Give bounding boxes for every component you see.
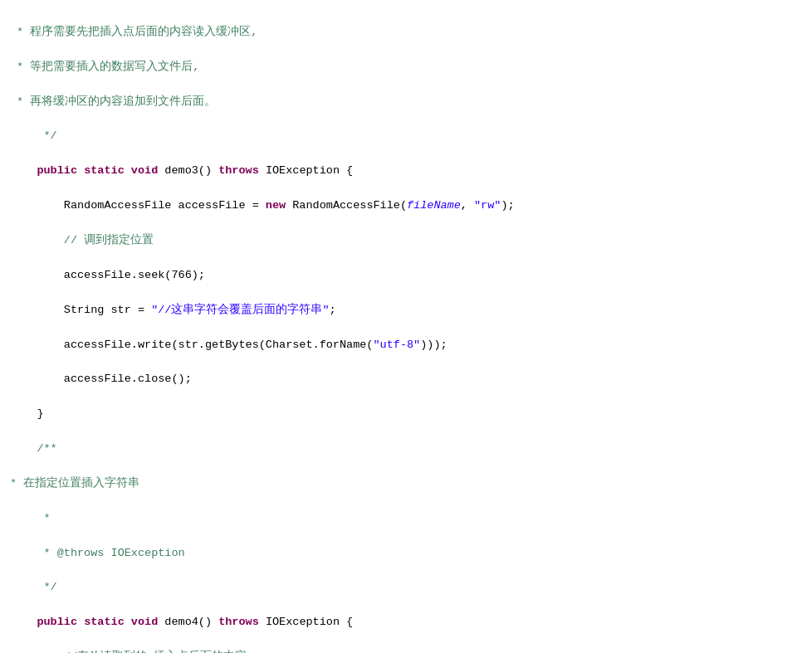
line-18: public static void demo4() throws IOExce…	[10, 614, 802, 631]
string-value: "utf-8"	[373, 339, 420, 351]
method-name: demo3()	[164, 164, 218, 177]
line-17: */	[10, 579, 802, 597]
comment-text: */	[10, 129, 57, 142]
exception-name: IOException {	[259, 164, 353, 177]
method-name: demo4()	[164, 616, 218, 628]
line-9: String str = "//这串字符会覆盖后面的字符串";	[10, 302, 802, 319]
comment-text: * 等把需要插入的数据写入文件后,	[10, 61, 199, 73]
code-text: )));	[420, 339, 447, 351]
italic-param: fileName	[407, 199, 461, 212]
code-text: accessFile.seek(766);	[64, 269, 205, 281]
line-7: // 调到指定位置	[10, 232, 802, 250]
code-text: RandomAccessFile(	[286, 199, 407, 212]
javadoc-text: *	[44, 512, 51, 524]
javadoc-text: * 在指定位置插入字符串	[10, 477, 139, 490]
keyword-void: void	[131, 616, 158, 628]
line-5: public static void demo3() throws IOExce…	[10, 163, 802, 180]
keyword-throws: throws	[218, 616, 259, 628]
line-16: * @throws IOException	[10, 545, 802, 563]
inline-comment: // 调到指定位置	[64, 234, 154, 246]
code-text: }	[37, 407, 43, 420]
code-text: accessFile.write(str.getBytes(Charset.fo…	[64, 339, 374, 351]
comment-text: * 再将缓冲区的内容追加到文件后面。	[10, 95, 216, 108]
code-text: RandomAccessFile accessFile =	[64, 199, 266, 212]
exception-name: IOException {	[259, 616, 353, 628]
javadoc-text: */	[44, 581, 57, 593]
comment-text: * 程序需要先把插入点后面的内容读入缓冲区,	[10, 26, 257, 38]
line-14: * 在指定位置插入字符串	[10, 475, 802, 493]
keyword-throws: throws	[218, 164, 259, 177]
javadoc-text: /**	[37, 442, 56, 455]
code-text: accessFile.close();	[64, 373, 192, 385]
keyword-static: static	[84, 164, 125, 177]
line-15: *	[10, 510, 802, 528]
keyword-void: void	[131, 164, 158, 177]
keyword-public: public	[37, 164, 77, 177]
keyword-public: public	[37, 616, 77, 628]
line-12: }	[10, 406, 802, 423]
line-1: * 程序需要先把插入点后面的内容读入缓冲区,	[10, 24, 802, 41]
line-4: */	[10, 128, 802, 145]
code-text: ;	[330, 304, 336, 316]
line-3: * 再将缓冲区的内容追加到文件后面。	[10, 94, 802, 111]
keyword-new: new	[266, 199, 286, 212]
line-2: * 等把需要插入的数据写入文件后,	[10, 59, 802, 76]
line-8: accessFile.seek(766);	[10, 267, 802, 285]
line-6: RandomAccessFile accessFile = new Random…	[10, 197, 802, 215]
string-value: "//这串字符会覆盖后面的字符串"	[151, 304, 329, 316]
line-11: accessFile.close();	[10, 371, 802, 388]
string-value: "rw"	[474, 199, 501, 212]
keyword-static: static	[84, 616, 125, 628]
code-text: );	[501, 199, 514, 212]
code-text: ,	[461, 199, 474, 212]
line-13: /**	[10, 441, 802, 458]
line-19: //存放读取到的 插入点后面的内容	[10, 649, 802, 653]
code-text: String str =	[64, 304, 151, 316]
javadoc-text: * @throws IOException	[44, 547, 185, 559]
line-10: accessFile.write(str.getBytes(Charset.fo…	[10, 337, 802, 354]
code-editor: * 程序需要先把插入点后面的内容读入缓冲区, * 等把需要插入的数据写入文件后,…	[10, 7, 802, 653]
